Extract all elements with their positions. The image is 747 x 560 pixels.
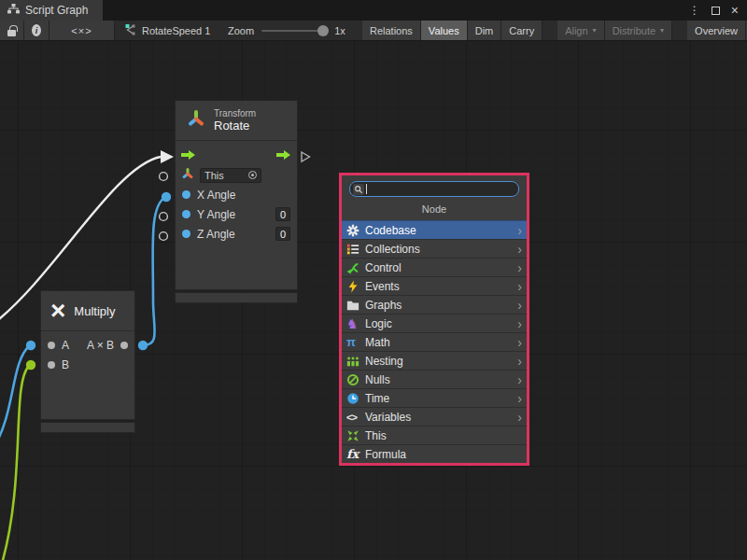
chevron-right-icon: › xyxy=(517,411,522,424)
port-row-z-angle[interactable]: Z Angle 0 xyxy=(176,224,297,244)
finder-item-events[interactable]: Events › xyxy=(342,276,527,295)
finder-item-label: Variables xyxy=(365,411,411,424)
port-ring-y[interactable] xyxy=(160,213,168,221)
chevron-right-icon: › xyxy=(517,336,522,349)
z-angle-label: Z Angle xyxy=(197,228,235,241)
tab-script-graph[interactable]: Script Graph xyxy=(0,0,103,21)
flow-out-port[interactable] xyxy=(276,147,291,164)
port-row-x-angle[interactable]: X Angle xyxy=(176,185,297,204)
tab-title: Script Graph xyxy=(25,4,88,17)
finder-header: Node xyxy=(342,197,527,220)
wire-green-to-b xyxy=(2,360,35,560)
x-angle-port[interactable] xyxy=(182,190,190,199)
null-icon xyxy=(346,373,362,386)
finder-item-nesting[interactable]: Nesting › xyxy=(342,351,527,370)
variables-icon: <> xyxy=(346,412,362,423)
z-angle-port[interactable] xyxy=(182,230,190,238)
b-input-port[interactable] xyxy=(48,361,55,369)
control-icon xyxy=(346,261,362,274)
inspect-button[interactable]: i xyxy=(24,21,49,40)
finder-item-label: This xyxy=(365,429,387,442)
edit-script-button[interactable]: <×> xyxy=(49,21,115,40)
lock-icon xyxy=(7,30,16,36)
clock-icon xyxy=(346,392,362,405)
finder-item-logic[interactable]: ♞ Logic › xyxy=(342,314,527,332)
toolbar-button-carry[interactable]: Carry xyxy=(501,21,543,40)
toolbar-button-relations[interactable]: Relations xyxy=(362,21,421,40)
maximize-icon[interactable] xyxy=(712,7,720,15)
close-icon[interactable]: × xyxy=(731,4,739,17)
title-bar: Script Graph ⋮ × xyxy=(0,0,747,21)
node-multiply[interactable]: × Multiply A A × B B xyxy=(41,291,134,419)
node-finder-popup: Node Codebase › Collections › Control › … xyxy=(339,173,529,466)
toolbar-button-dim[interactable]: Dim xyxy=(468,21,502,40)
finder-item-graphs[interactable]: Graphs › xyxy=(342,295,527,314)
toolbar-gap xyxy=(543,21,557,40)
finder-item-label: Formula xyxy=(365,448,406,461)
lightning-icon xyxy=(346,280,362,293)
finder-item-control[interactable]: Control › xyxy=(342,258,527,276)
script-graph-icon xyxy=(7,4,20,17)
port-row-b[interactable]: B xyxy=(41,355,134,374)
finder-item-label: Nulls xyxy=(365,373,390,386)
nesting-icon xyxy=(346,355,362,368)
finder-item-this[interactable]: This xyxy=(342,426,527,444)
chevron-right-icon: › xyxy=(517,392,522,405)
finder-search-field[interactable] xyxy=(349,181,519,197)
result-output-port[interactable] xyxy=(120,342,128,349)
node-title: Rotate xyxy=(214,119,256,133)
port-row-y-angle[interactable]: Y Angle 0 xyxy=(176,204,297,224)
finder-item-variables[interactable]: <> Variables › xyxy=(342,407,527,426)
finder-item-codebase[interactable]: Codebase › xyxy=(342,220,527,239)
kebab-menu-icon[interactable]: ⋮ xyxy=(689,5,700,16)
a-input-port[interactable] xyxy=(48,342,55,349)
lock-button[interactable] xyxy=(0,21,24,40)
this-object-field[interactable]: This xyxy=(200,168,261,183)
graph-canvas[interactable]: Transform Rotate This xyxy=(0,41,747,560)
port-row-a[interactable]: A A × B xyxy=(41,335,134,355)
finder-item-label: Math xyxy=(365,336,390,349)
toolbar-buttons: RelationsValuesDimCarryAlign▾Distribute▾… xyxy=(362,21,747,40)
finder-item-time[interactable]: Time › xyxy=(342,388,527,407)
y-angle-value-field[interactable]: 0 xyxy=(275,207,290,221)
flow-out-triangle[interactable] xyxy=(302,152,310,161)
finder-item-label: Codebase xyxy=(365,224,416,237)
y-angle-port[interactable] xyxy=(182,210,190,218)
wire-blue-to-a xyxy=(0,341,35,446)
node-finder-list: Codebase › Collections › Control › Event… xyxy=(342,220,527,463)
graph-breadcrumb[interactable]: RotateSpeed 1 xyxy=(123,21,210,40)
zoom-slider-handle[interactable] xyxy=(317,25,329,36)
toolbar-button-values[interactable]: Values xyxy=(421,21,468,40)
zoom-slider[interactable] xyxy=(261,30,327,32)
info-icon: i xyxy=(32,24,41,36)
object-picker-icon[interactable] xyxy=(248,171,257,179)
transform-node-header[interactable]: Transform Rotate xyxy=(176,101,297,141)
node-transform-rotate[interactable]: Transform Rotate This xyxy=(176,101,297,289)
finder-item-math[interactable]: π Math › xyxy=(342,332,527,351)
toolbar-button-align[interactable]: Align▾ xyxy=(557,21,604,40)
x-angle-label: X Angle xyxy=(197,189,235,202)
dropdown-arrow-icon: ▾ xyxy=(593,26,597,35)
y-angle-label: Y Angle xyxy=(197,208,235,221)
chevron-right-icon: › xyxy=(517,355,522,368)
port-row-this[interactable]: This xyxy=(176,165,297,185)
transform-node-footer xyxy=(176,293,297,302)
port-ring-z[interactable] xyxy=(160,232,168,241)
zoom-value: 1x xyxy=(334,25,345,36)
finder-item-collections[interactable]: Collections › xyxy=(342,239,527,258)
code-icon: <×> xyxy=(71,25,92,36)
chevron-right-icon: › xyxy=(517,261,522,274)
toolbar: i <×> RotateSpeed 1 Zoom 1x RelationsVal… xyxy=(0,21,747,41)
finder-item-formula[interactable]: fx Formula xyxy=(342,444,527,463)
flow-in-port[interactable] xyxy=(181,147,196,164)
finder-item-nulls[interactable]: Nulls › xyxy=(342,370,527,388)
z-angle-value-field[interactable]: 0 xyxy=(275,227,290,241)
search-icon xyxy=(353,184,364,195)
folder-icon xyxy=(346,299,362,312)
multiply-node-header[interactable]: × Multiply xyxy=(41,291,134,331)
chevron-right-icon: › xyxy=(517,373,522,386)
port-ring-this[interactable] xyxy=(160,173,168,181)
toolbar-button-distribute[interactable]: Distribute▾ xyxy=(605,21,672,40)
b-label: B xyxy=(62,358,69,371)
toolbar-button-overview[interactable]: Overview xyxy=(687,21,746,40)
